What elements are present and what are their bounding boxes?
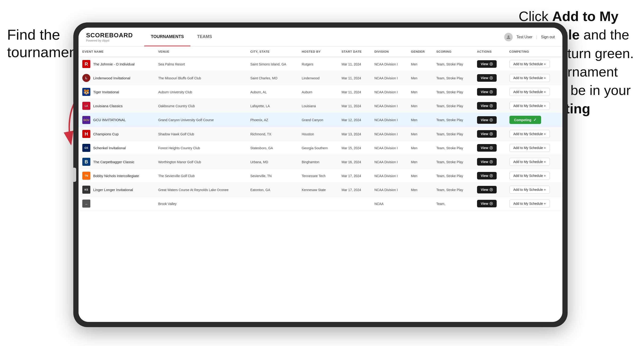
table-container: EVENT NAME VENUE CITY, STATE HOSTED BY S… bbox=[78, 46, 562, 322]
view-button-9[interactable]: View bbox=[477, 186, 497, 193]
cell-hosted-1: Lindenwood bbox=[298, 71, 338, 85]
cell-actions-7: View bbox=[473, 155, 506, 169]
table-row: H Champions Cup Shadow Hawk Golf Club Ri… bbox=[78, 127, 562, 141]
view-button-7[interactable]: View bbox=[477, 158, 497, 166]
cell-event-name-6: GS Schenkel Invitational bbox=[78, 141, 154, 155]
table-row: LA Louisiana Classics Oakbourne Country … bbox=[78, 99, 562, 113]
cell-scoring-10: Team, bbox=[432, 197, 473, 211]
add-schedule-button-1[interactable]: Add to My Schedule + bbox=[510, 74, 550, 82]
table-row: GCU GCU INVITATIONAL Grand Canyon Univer… bbox=[78, 113, 562, 127]
add-schedule-button-8[interactable]: Add to My Schedule + bbox=[510, 172, 550, 180]
cell-actions-6: View bbox=[473, 141, 506, 155]
cell-actions-4: View bbox=[473, 113, 506, 127]
cell-hosted-5: Houston bbox=[298, 127, 338, 141]
cell-city-6: Statesboro, GA bbox=[246, 141, 298, 155]
add-schedule-button-7[interactable]: Add to My Schedule + bbox=[510, 158, 550, 166]
annotation-left: Find thetournament. bbox=[7, 26, 73, 61]
col-actions: ACTIONS bbox=[473, 46, 506, 57]
cell-scoring-2: Team, Stroke Play bbox=[432, 85, 473, 99]
team-logo-4: GCU bbox=[82, 116, 90, 124]
cell-competing-10: Add to My Schedule + bbox=[506, 197, 562, 211]
cell-division-7: NCAA Division I bbox=[370, 155, 407, 169]
col-scoring: SCORING bbox=[432, 46, 473, 57]
cell-date-0: Mar 11, 2024 bbox=[338, 57, 370, 71]
cell-venue-4: Grand Canyon University Golf Course bbox=[154, 113, 247, 127]
cell-venue-10: Brook Valley bbox=[154, 197, 247, 211]
cell-gender-10 bbox=[407, 197, 432, 211]
view-button-6[interactable]: View bbox=[477, 144, 497, 152]
add-schedule-button-2[interactable]: Add to My Schedule + bbox=[510, 88, 550, 96]
event-name-6: Schenkel Invitational bbox=[93, 146, 126, 150]
view-button-3[interactable]: View bbox=[477, 102, 497, 110]
cell-hosted-10 bbox=[298, 197, 338, 211]
view-button-2[interactable]: View bbox=[477, 88, 497, 96]
cell-scoring-7: Team, Stroke Play bbox=[432, 155, 473, 169]
cell-venue-8: The Sevierville Golf Club bbox=[154, 169, 247, 183]
cell-hosted-9: Kennesaw State bbox=[298, 183, 338, 197]
view-button-0[interactable]: View bbox=[477, 60, 497, 68]
view-button-4[interactable]: View bbox=[477, 116, 497, 124]
team-logo-7: B bbox=[82, 158, 90, 166]
event-name-0: The Johnnie - O Individual bbox=[93, 62, 134, 66]
cell-city-1: Saint Charles, MO bbox=[246, 71, 298, 85]
cell-city-8: Sevierville, TN bbox=[246, 169, 298, 183]
cell-hosted-4: Grand Canyon bbox=[298, 113, 338, 127]
competing-button-4[interactable]: Competing ✓ bbox=[510, 116, 541, 124]
cell-hosted-0: Rutgers bbox=[298, 57, 338, 71]
col-gender: GENDER bbox=[407, 46, 432, 57]
cell-date-4: Mar 12, 2024 bbox=[338, 113, 370, 127]
cell-competing-5: Add to My Schedule + bbox=[506, 127, 562, 141]
cell-scoring-0: Team, Stroke Play bbox=[432, 57, 473, 71]
team-logo-3: LA bbox=[82, 102, 90, 110]
col-hosted: HOSTED BY bbox=[298, 46, 338, 57]
svg-point-2 bbox=[508, 35, 510, 37]
team-logo-6: GS bbox=[82, 144, 90, 152]
cell-scoring-8: Team, Stroke Play bbox=[432, 169, 473, 183]
cell-event-name-10: ... bbox=[78, 197, 154, 211]
cell-division-4: NCAA Division I bbox=[370, 113, 407, 127]
tab-teams[interactable]: TEAMS bbox=[190, 28, 218, 46]
user-avatar bbox=[504, 33, 513, 41]
add-schedule-button-5[interactable]: Add to My Schedule + bbox=[510, 130, 550, 138]
cell-gender-9: Men bbox=[407, 183, 432, 197]
table-row: TN Bobby Nichols Intercollegiate The Sev… bbox=[78, 169, 562, 183]
view-button-8[interactable]: View bbox=[477, 172, 497, 179]
add-schedule-button-9[interactable]: Add to My Schedule + bbox=[510, 186, 550, 194]
add-schedule-button-6[interactable]: Add to My Schedule + bbox=[510, 144, 550, 152]
add-schedule-button-0[interactable]: Add to My Schedule + bbox=[510, 60, 550, 68]
view-button-5[interactable]: View bbox=[477, 130, 497, 138]
cell-venue-0: Sea Palms Resort bbox=[154, 57, 247, 71]
table-row: KS Linger Longer Invitational Great Wate… bbox=[78, 183, 562, 197]
cell-actions-3: View bbox=[473, 99, 506, 113]
col-competing: COMPETING bbox=[506, 46, 562, 57]
cell-city-3: Lafayette, LA bbox=[246, 99, 298, 113]
header-right: Test User | Sign out bbox=[504, 33, 555, 41]
event-name-3: Louisiana Classics bbox=[93, 104, 122, 108]
col-city: CITY, STATE bbox=[246, 46, 298, 57]
cell-hosted-6: Georgia Southern bbox=[298, 141, 338, 155]
cell-competing-9: Add to My Schedule + bbox=[506, 183, 562, 197]
cell-division-6: NCAA Division I bbox=[370, 141, 407, 155]
cell-actions-9: View bbox=[473, 183, 506, 197]
add-schedule-button-3[interactable]: Add to My Schedule + bbox=[510, 102, 550, 110]
tab-tournaments[interactable]: TOURNAMENTS bbox=[144, 28, 190, 46]
cell-event-name-8: TN Bobby Nichols Intercollegiate bbox=[78, 169, 154, 183]
cell-competing-6: Add to My Schedule + bbox=[506, 141, 562, 155]
view-button-1[interactable]: View bbox=[477, 74, 497, 82]
add-schedule-button-10[interactable]: Add to My Schedule + bbox=[510, 199, 550, 208]
cell-event-name-3: LA Louisiana Classics bbox=[78, 99, 154, 113]
event-name-4: GCU INVITATIONAL bbox=[93, 118, 126, 122]
cell-competing-0: Add to My Schedule + bbox=[506, 57, 562, 71]
cell-competing-3: Add to My Schedule + bbox=[506, 99, 562, 113]
cell-competing-2: Add to My Schedule + bbox=[506, 85, 562, 99]
event-name-7: The Carpetbagger Classic bbox=[93, 160, 134, 164]
team-logo-8: TN bbox=[82, 172, 90, 180]
cell-competing-8: Add to My Schedule + bbox=[506, 169, 562, 183]
view-button-10[interactable]: View bbox=[477, 200, 497, 207]
cell-date-3: Mar 11, 2024 bbox=[338, 99, 370, 113]
cell-gender-0: Men bbox=[407, 57, 432, 71]
sign-out-button[interactable]: Sign out bbox=[541, 35, 555, 39]
cell-date-7: Mar 16, 2024 bbox=[338, 155, 370, 169]
event-name-1: Lindenwood Invitational bbox=[93, 76, 130, 80]
cell-actions-5: View bbox=[473, 127, 506, 141]
